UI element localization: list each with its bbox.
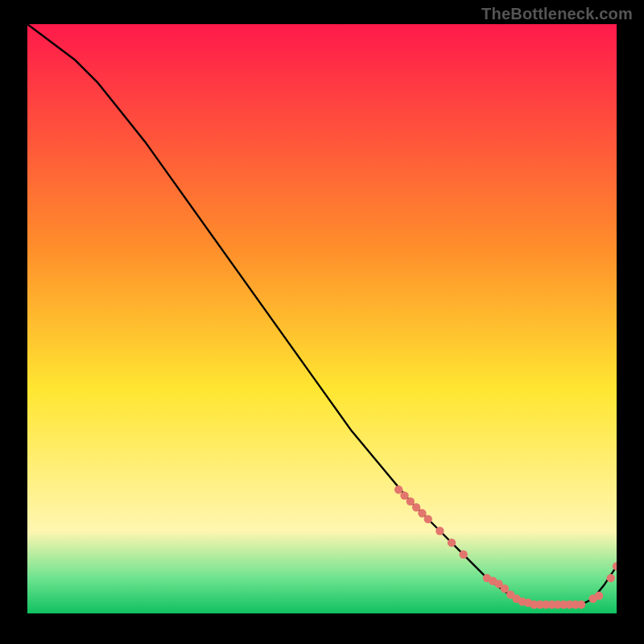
data-point [606,574,614,582]
bottleneck-chart [27,24,617,613]
data-point [407,497,415,506]
data-point [448,539,456,547]
data-point [394,485,402,493]
watermark-text: TheBottleneck.com [481,5,633,23]
data-point [412,503,420,511]
gradient-background [27,24,617,613]
data-point [400,491,408,499]
data-point [501,584,509,592]
data-point [418,509,426,517]
figure-container: TheBottleneck.com [0,0,644,644]
data-point [459,551,467,559]
data-point [424,515,432,523]
data-point [595,592,603,600]
data-point [577,601,585,609]
data-point [436,526,444,535]
plot-area [27,24,617,613]
